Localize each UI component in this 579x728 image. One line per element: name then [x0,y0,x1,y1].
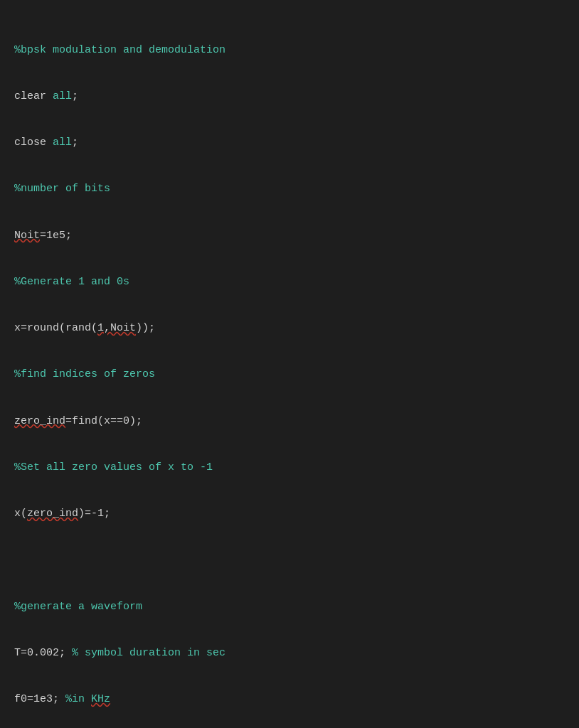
line-12: %generate a waveform [14,599,565,615]
line-10: %Set all zero values of x to -1 [14,460,565,476]
comment: % symbol duration in sec [72,647,225,659]
comment: %Set all zero values of x to -1 [14,461,213,473]
line-11: x(zero_ind)=-1; [14,506,565,522]
comment: %bpsk modulation and demodulation [14,44,225,56]
var-zero-ind: zero_ind [14,415,65,427]
var-zero-ind2: zero_ind [27,508,78,520]
var-noit: Noit [14,230,40,242]
line-1: %bpsk modulation and demodulation [14,43,565,58]
comment: %Generate 1 and 0s [14,276,129,288]
line-7: x=round(rand(1,Noit)); [14,321,565,336]
blank-line-1 [14,552,565,568]
comment: %in KHz [65,693,110,705]
line-2: clear all; [14,89,565,105]
line-4: %number of bits [14,181,565,197]
comment: %find indices of zeros [14,368,155,380]
line-5: Noit=1e5; [14,228,565,244]
unit-khz: KHz [91,693,110,705]
var-rand-args: 1,Noit [97,322,136,334]
line-3: close all; [14,135,565,151]
code-editor: %bpsk modulation and demodulation clear … [14,11,565,728]
line-14: f0=1e3; %in KHz [14,692,565,707]
keyword-all2: all [53,136,72,149]
line-13: T=0.002; % symbol duration in sec [14,646,565,661]
line-9: zero_ind=find(x==0); [14,414,565,429]
comment: %generate a waveform [14,601,142,613]
keyword-all: all [53,90,72,102]
line-8: %find indices of zeros [14,367,565,382]
line-6: %Generate 1 and 0s [14,274,565,290]
comment: %number of bits [14,183,110,195]
